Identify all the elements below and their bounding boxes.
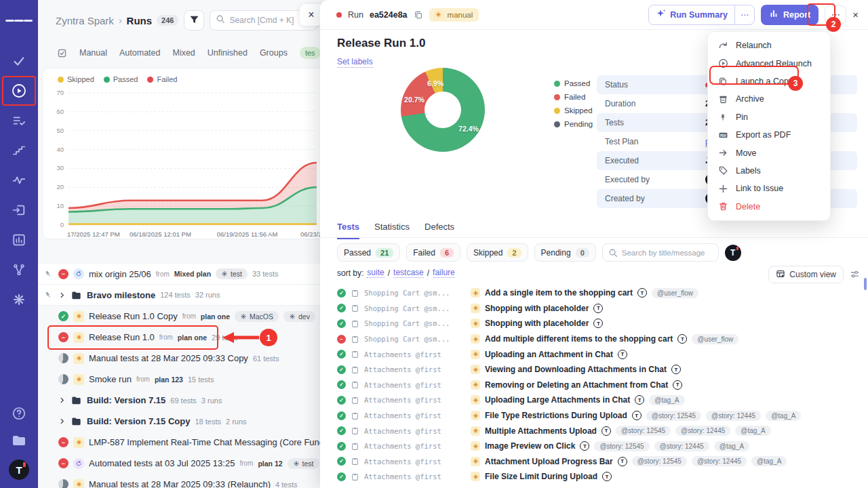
menu-icon[interactable] [5, 7, 33, 34]
run-summary-button[interactable]: Run Summary ⋯ [648, 5, 755, 25]
tab-automated[interactable]: Automated [119, 48, 160, 58]
sort-option-suite[interactable]: suite [367, 268, 384, 278]
test-result-row[interactable]: ✓Attachments @firstRemoving or Deleting … [337, 378, 868, 393]
archive-icon [717, 94, 728, 104]
display-settings-icon[interactable] [850, 269, 860, 279]
tab-unfinished[interactable]: Unfinished [208, 48, 248, 58]
run-list-item[interactable]: Smoke runfromplan 12315 tests [38, 369, 323, 390]
test-tag: @story: 12445 [654, 441, 709, 451]
test-result-row[interactable]: ✓Attachments @firstFile Size Limit Durin… [337, 469, 868, 485]
sidebar-item-integrations[interactable] [5, 256, 33, 283]
test-result-row[interactable]: ✓Attachments @firstImage Preview on Clic… [337, 439, 868, 454]
relaunch-icon [717, 41, 728, 51]
sidebar-item-activity[interactable] [5, 167, 33, 194]
run-list-item[interactable]: −LMP-587 Implement Real-Time Chat Messag… [38, 432, 323, 453]
run-list-item[interactable]: −Automated tests at 03 Jul 2025 13:25fro… [38, 453, 323, 474]
menu-item-pin[interactable]: Pin [708, 108, 830, 126]
custom-view-button[interactable]: Custom view [768, 266, 844, 283]
filter-chip-skipped[interactable]: Skipped2 [467, 243, 528, 262]
filter-chip-pending[interactable]: Pending0 [534, 243, 596, 262]
set-labels-link[interactable]: Set labels [337, 57, 373, 68]
sort-option-failure[interactable]: failure [433, 268, 455, 278]
chevron-right-icon[interactable] [58, 291, 66, 299]
donut-legend-item-pending: Pending [554, 117, 593, 131]
test-result-row[interactable]: ✓Attachments @firstUploading an Attachme… [337, 346, 868, 362]
sidebar-item-testcases[interactable] [5, 47, 33, 75]
menu-item-launch-a-copy[interactable]: Launch a Copy [708, 73, 830, 90]
breadcrumb-project[interactable]: Zyntra Spark [56, 15, 114, 26]
test-search[interactable] [602, 243, 719, 262]
run-label: Run [348, 10, 363, 20]
run-summary-more-button[interactable]: ⋯ [734, 5, 754, 24]
sidebar-item-shared-steps[interactable] [5, 197, 33, 224]
select-all-icon[interactable] [57, 48, 67, 58]
run-list-item[interactable]: −mix origin 25/06fromMixed plantest33 te… [38, 264, 323, 285]
run-list-item[interactable]: Bravo milestone124 tests32 runs [38, 285, 323, 306]
test-search-input[interactable] [622, 249, 713, 257]
test-result-row[interactable]: ✓Attachments @firstFile Type Restriction… [337, 408, 868, 424]
sidebar-item-milestones[interactable] [5, 137, 33, 164]
close-icon: × [852, 9, 859, 20]
test-result-row[interactable]: −Shopping Cart @sm...Add multiple differ… [337, 331, 868, 347]
sort-option-testcase[interactable]: testcase [393, 268, 424, 278]
menu-item-relaunch[interactable]: Relaunch [708, 37, 830, 54]
plan-name[interactable]: plan one [178, 333, 207, 342]
clipboard-icon [351, 365, 359, 374]
plan-name[interactable]: plan 12 [258, 460, 282, 468]
test-tag: @user_flow [692, 334, 738, 344]
sidebar-item-settings[interactable] [5, 286, 33, 313]
sidebar-item-help[interactable] [5, 400, 33, 427]
run-list-item[interactable]: ✓Release Run 1.0 Copyfromplan oneMacOSde… [38, 306, 323, 327]
run-list-item[interactable]: Build: Version 7.15 Copy18 tests2 runs [38, 411, 323, 432]
filter-chip-passed[interactable]: Passed21 [337, 243, 400, 262]
tab-manual[interactable]: Manual [79, 48, 107, 58]
run-list-item[interactable]: Build: Version 7.1569 tests3 runs [38, 390, 323, 411]
panel-close-button[interactable]: × [300, 4, 323, 26]
sidebar-item-test-plans[interactable] [5, 107, 33, 134]
plan-name[interactable]: Mixed plan [174, 270, 211, 278]
user-avatar[interactable]: T [9, 460, 29, 480]
plan-name[interactable]: plan 123 [155, 375, 183, 384]
sidebar-item-projects[interactable] [5, 427, 33, 454]
filter-button[interactable] [184, 10, 204, 30]
run-list-item[interactable]: Manual tests at 28 Mar 2025 09:33 (Relau… [38, 474, 323, 488]
scrollbar-thumb[interactable] [864, 278, 867, 290]
chevron-right-icon[interactable] [58, 396, 66, 404]
tag-filter-pill[interactable]: tes [300, 47, 321, 59]
menu-item-delete[interactable]: Delete [708, 198, 830, 216]
menu-item-archive[interactable]: Archive [708, 90, 830, 108]
tab-mixed[interactable]: Mixed [172, 48, 195, 58]
sidebar-item-reports[interactable] [5, 226, 33, 253]
test-title: Uploading Large Attachments in Chat [485, 395, 630, 405]
test-result-row[interactable]: ✓Attachments @firstAttachment Upload Pro… [337, 454, 868, 470]
close-run-button[interactable]: × [852, 9, 859, 20]
chevron-right-icon[interactable] [58, 418, 66, 425]
test-result-row[interactable]: ✓Attachments @firstViewing and Downloadi… [337, 362, 868, 378]
sidebar-item-runs[interactable] [5, 77, 33, 104]
runs-search-input[interactable] [229, 16, 311, 25]
test-tag: @tag_A [649, 395, 684, 405]
test-result-row[interactable]: ✓Shopping Cart @sm...Shopping with place… [337, 301, 868, 317]
report-label: Report [783, 10, 810, 20]
run-list-item[interactable]: −Release Run 1.0fromplan one29 tests [38, 327, 323, 348]
menu-item-advanced-relaunch[interactable]: Advanced Relaunch [708, 54, 830, 72]
tab-groups[interactable]: Groups [260, 48, 288, 58]
test-result-row[interactable]: ✓Shopping Cart @sm...Shopping with place… [337, 316, 868, 331]
breadcrumb-section[interactable]: Runs [127, 15, 153, 26]
test-result-row[interactable]: ✓Attachments @firstMultiple Attachments … [337, 423, 868, 439]
report-button[interactable]: Report [761, 5, 818, 25]
filter-chip-failed[interactable]: Failed6 [406, 243, 460, 262]
menu-item-labels[interactable]: Labels [708, 162, 830, 180]
assignee-filter-avatar[interactable]: T [725, 245, 741, 261]
test-result-row[interactable]: ✓Shopping Cart @sm...Add a single item t… [337, 285, 868, 301]
test-title: File Type Restrictions During Upload [485, 411, 627, 420]
test-result-row[interactable]: ✓Attachments @firstUploading Large Attac… [337, 392, 868, 408]
clipboard-icon [351, 335, 359, 344]
test-status-passed-icon: ✓ [337, 365, 346, 374]
menu-item-export-as-pdf[interactable]: PDFExport as PDF [708, 126, 830, 144]
run-list-item[interactable]: Manual tests at 28 Mar 2025 09:33 Copy61… [38, 348, 323, 369]
plan-name[interactable]: plan one [201, 312, 230, 321]
menu-item-move[interactable]: Move [708, 144, 830, 161]
menu-item-link-to-issue[interactable]: Link to Issue [708, 180, 830, 197]
copy-id-icon[interactable] [414, 10, 423, 20]
